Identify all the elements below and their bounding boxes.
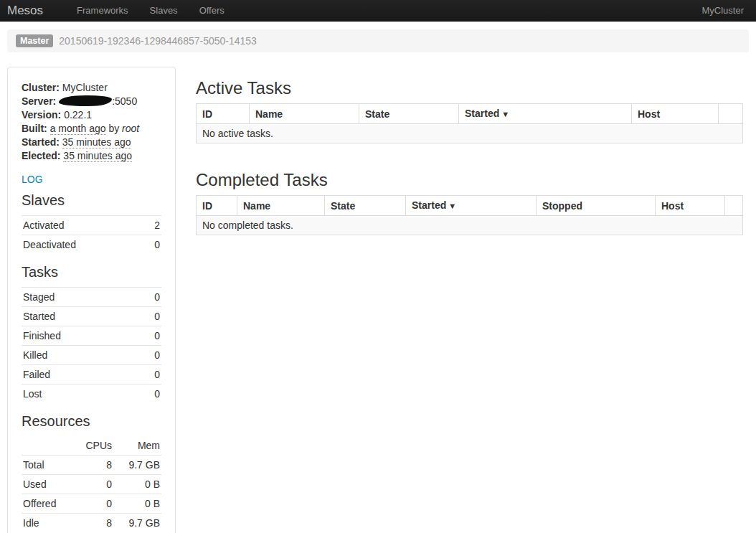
active-col-host[interactable]: Host bbox=[632, 104, 719, 124]
resources-used-label: Used bbox=[22, 475, 72, 494]
elected-info-line: Elected: 35 minutes ago bbox=[22, 149, 161, 163]
tasks-finished-label: Finished bbox=[22, 326, 138, 346]
completed-col-id[interactable]: ID bbox=[197, 196, 237, 216]
log-link[interactable]: LOG bbox=[22, 173, 43, 187]
completed-col-name[interactable]: Name bbox=[237, 196, 325, 216]
built-connector: by bbox=[108, 123, 119, 134]
started-time: 35 minutes ago bbox=[62, 136, 131, 148]
tasks-staged-label: Staged bbox=[22, 288, 138, 307]
navbar-cluster-name: MyCluster bbox=[701, 5, 756, 16]
slaves-deactivated-value: 0 bbox=[143, 235, 161, 255]
completed-col-state[interactable]: State bbox=[325, 196, 406, 216]
top-navbar: Mesos Frameworks Slaves Offers MyCluster bbox=[0, 0, 756, 22]
resources-row-idle: Idle 8 9.7 GB bbox=[22, 514, 161, 533]
tasks-lost-value: 0 bbox=[138, 385, 161, 404]
slaves-row-activated: Activated 2 bbox=[22, 216, 161, 235]
resources-header-mem: Mem bbox=[113, 436, 161, 456]
cluster-label: Cluster: bbox=[22, 82, 60, 93]
slaves-activated-value: 2 bbox=[143, 216, 161, 235]
master-badge: Master bbox=[16, 34, 53, 47]
tasks-started-label: Started bbox=[22, 307, 138, 326]
active-tasks-title: Active Tasks bbox=[196, 78, 742, 98]
version-value: 0.22.1 bbox=[64, 109, 92, 121]
cluster-value: MyCluster bbox=[62, 82, 108, 93]
version-info-line: Version: 0.22.1 bbox=[22, 108, 161, 122]
resources-used-mem: 0 B bbox=[113, 475, 161, 494]
resources-idle-label: Idle bbox=[22, 514, 72, 533]
active-col-state[interactable]: State bbox=[359, 104, 459, 124]
sidebar-panel: Cluster: MyCluster Server: :5050 Version… bbox=[7, 67, 176, 533]
completed-tasks-empty-row: No completed tasks. bbox=[197, 216, 743, 235]
resources-row-used: Used 0 0 B bbox=[22, 475, 161, 494]
tasks-row-killed: Killed 0 bbox=[22, 346, 161, 365]
completed-tasks-empty-message: No completed tasks. bbox=[197, 216, 743, 235]
tasks-row-failed: Failed 0 bbox=[22, 365, 161, 385]
active-col-started[interactable]: Started▼ bbox=[459, 104, 632, 124]
slaves-activated-label: Activated bbox=[22, 216, 143, 235]
started-label: Started: bbox=[22, 136, 60, 148]
slaves-row-deactivated: Deactivated 0 bbox=[22, 235, 161, 255]
nav-item-frameworks[interactable]: Frameworks bbox=[66, 0, 139, 21]
resources-idle-mem: 9.7 GB bbox=[113, 514, 161, 533]
slaves-section-title: Slaves bbox=[22, 191, 161, 210]
resources-idle-cpus: 8 bbox=[72, 514, 113, 533]
slaves-deactivated-label: Deactivated bbox=[22, 235, 143, 255]
active-tasks-empty-message: No active tasks. bbox=[197, 124, 743, 143]
resources-total-cpus: 8 bbox=[72, 456, 113, 475]
tasks-lost-label: Lost bbox=[22, 385, 138, 404]
resources-offered-mem: 0 B bbox=[113, 494, 161, 514]
completed-col-stopped[interactable]: Stopped bbox=[537, 196, 656, 216]
active-col-name[interactable]: Name bbox=[250, 104, 359, 124]
tasks-killed-value: 0 bbox=[138, 346, 161, 365]
resources-header-empty bbox=[22, 436, 72, 456]
navbar-links: Frameworks Slaves Offers bbox=[66, 0, 235, 21]
tasks-row-staged: Staged 0 bbox=[22, 288, 161, 307]
brand-mesos[interactable]: Mesos bbox=[0, 4, 50, 18]
active-col-id[interactable]: ID bbox=[197, 104, 250, 124]
completed-col-host[interactable]: Host bbox=[656, 196, 725, 216]
redacted-server-address bbox=[59, 95, 112, 107]
tasks-failed-label: Failed bbox=[22, 365, 138, 385]
resources-table: CPUs Mem Total 8 9.7 GB Used 0 0 B Offer… bbox=[22, 436, 161, 532]
active-tasks-empty-row: No active tasks. bbox=[197, 124, 743, 143]
built-time: a month ago bbox=[50, 123, 106, 135]
built-info-line: Built: a month ago by root bbox=[22, 122, 161, 136]
tasks-finished-value: 0 bbox=[138, 326, 161, 346]
tasks-section-title: Tasks bbox=[22, 263, 161, 282]
nav-item-slaves[interactable]: Slaves bbox=[139, 0, 189, 21]
completed-tasks-table: ID Name State Started▼ Stopped Host No c… bbox=[196, 195, 743, 235]
resources-total-mem: 9.7 GB bbox=[113, 456, 161, 475]
tasks-row-lost: Lost 0 bbox=[22, 385, 161, 404]
completed-tasks-title: Completed Tasks bbox=[196, 170, 742, 189]
nav-item-offers[interactable]: Offers bbox=[189, 0, 235, 21]
version-label: Version: bbox=[22, 109, 61, 121]
tasks-killed-label: Killed bbox=[22, 346, 138, 365]
resources-section-title: Resources bbox=[22, 412, 161, 431]
resources-header-row: CPUs Mem bbox=[22, 436, 161, 456]
elected-label: Elected: bbox=[22, 150, 60, 161]
main-content: Active Tasks ID Name State Started▼ Host… bbox=[196, 67, 742, 235]
breadcrumb: Master 20150619-192346-1298446857-5050-1… bbox=[7, 29, 749, 52]
completed-tasks-header-row: ID Name State Started▼ Stopped Host bbox=[197, 196, 743, 216]
resources-offered-label: Offered bbox=[22, 494, 72, 514]
active-col-actions bbox=[719, 104, 743, 124]
server-info-line: Server: :5050 bbox=[22, 95, 161, 108]
resources-used-cpus: 0 bbox=[72, 475, 113, 494]
sort-desc-icon: ▼ bbox=[501, 110, 509, 118]
tasks-table: Staged 0 Started 0 Finished 0 Killed 0 F… bbox=[22, 287, 161, 403]
active-tasks-header-row: ID Name State Started▼ Host bbox=[197, 104, 743, 124]
tasks-row-finished: Finished 0 bbox=[22, 326, 161, 346]
tasks-started-value: 0 bbox=[138, 307, 161, 326]
tasks-staged-value: 0 bbox=[138, 288, 161, 307]
resources-row-offered: Offered 0 0 B bbox=[22, 494, 161, 514]
sort-desc-icon: ▼ bbox=[448, 202, 456, 210]
tasks-failed-value: 0 bbox=[138, 365, 161, 385]
tasks-row-started: Started 0 bbox=[22, 307, 161, 326]
active-tasks-table: ID Name State Started▼ Host No active ta… bbox=[196, 103, 743, 143]
cluster-info-line: Cluster: MyCluster bbox=[22, 81, 161, 95]
completed-col-started[interactable]: Started▼ bbox=[406, 196, 537, 216]
resources-offered-cpus: 0 bbox=[72, 494, 113, 514]
resources-row-total: Total 8 9.7 GB bbox=[22, 456, 161, 475]
completed-col-actions bbox=[725, 196, 743, 216]
master-id: 20150619-192346-1298446857-5050-14153 bbox=[59, 35, 257, 47]
